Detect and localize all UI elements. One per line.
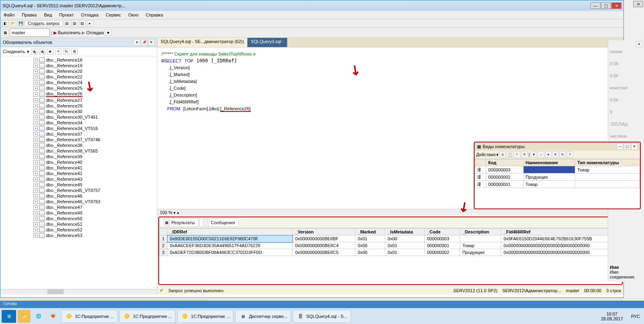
table-row[interactable]: + dbo._Reference27 (1, 97, 156, 103)
tab-messages[interactable]: 📄Сообщения (199, 218, 239, 227)
expand-icon[interactable]: + (33, 92, 38, 97)
table-row[interactable]: + dbo._Reference49 (1, 210, 156, 216)
table-row[interactable]: + dbo._Reference30_VT491 (1, 114, 156, 120)
table-row[interactable]: + dbo._Reference43 (1, 176, 156, 182)
table-row[interactable]: + dbo._Reference39 (1, 154, 156, 159)
options-icon[interactable]: ⚙ (71, 48, 78, 55)
table-row[interactable]: + dbo._Reference34_VT516 (1, 126, 156, 131)
table-row[interactable]: + dbo._Reference51 (1, 221, 156, 227)
task-item[interactable]: 🟡1С:Предприятие ... (177, 310, 233, 323)
expand-icon[interactable]: + (33, 98, 38, 103)
expand-icon[interactable]: + (33, 171, 38, 176)
explorer-icon[interactable]: 📂 (18, 310, 31, 323)
expand-icon[interactable]: + (33, 183, 38, 187)
task-item[interactable]: 🟡1С:Предприятие ... (61, 310, 118, 323)
task-item[interactable]: 🟡1С:Предприятие ... (119, 310, 175, 323)
expand-icon[interactable]: + (33, 155, 38, 159)
edit-icon[interactable]: ✎ (514, 151, 520, 158)
expand-icon[interactable]: + (33, 132, 38, 136)
expand-icon[interactable]: + (33, 104, 38, 108)
db-icon[interactable]: ▦ (2, 29, 8, 36)
expand-icon[interactable]: + (33, 109, 38, 114)
chrome-icon[interactable]: 🌐 (32, 310, 45, 323)
stop-icon[interactable]: ■ (47, 48, 54, 55)
nomenclature-grid[interactable]: КодНаименованиеТип номенклатуры⇶00000000… (475, 159, 640, 188)
lang-indicator[interactable]: РУС (629, 314, 642, 319)
sort-icon[interactable]: ↕ (538, 151, 544, 158)
clock[interactable]: 10:0728.09.2017 (597, 312, 627, 321)
expand-icon[interactable]: + (33, 115, 38, 120)
save-icon[interactable]: 💾 (17, 20, 24, 27)
table-row[interactable]: + dbo._Reference45_VT8757 (1, 188, 156, 193)
database-select[interactable] (10, 29, 50, 37)
table-row[interactable]: + dbo._Reference37 (1, 131, 156, 137)
connect-label[interactable]: Соединить (3, 49, 25, 54)
table-row[interactable]: + dbo._Reference41 (1, 165, 156, 171)
script-icon[interactable]: ▤ (79, 20, 86, 27)
expand-icon[interactable]: + (33, 200, 38, 204)
maximize-button[interactable]: ▢ (601, 2, 611, 9)
help-icon[interactable]: ? (567, 151, 573, 158)
expand-icon[interactable]: + (33, 126, 38, 131)
disconnect-icon[interactable]: 🔌 (39, 48, 45, 55)
expand-icon[interactable]: + (33, 149, 38, 153)
table-row[interactable]: + dbo._Reference30 (1, 109, 156, 114)
expand-icon[interactable]: + (33, 194, 38, 198)
table-row[interactable]: + dbo._Reference37_VT8746 (1, 137, 156, 142)
menu-Правка[interactable]: Правка (20, 12, 38, 18)
menu-Отладка[interactable]: Отладка (79, 12, 100, 18)
scrollbar-thumb[interactable] (47, 289, 64, 294)
new-query-button[interactable]: Создать запрос (25, 21, 63, 26)
close-button[interactable]: ✕ (611, 2, 621, 9)
connect-icon[interactable]: 🔌 (31, 48, 37, 55)
menu-Файл[interactable]: Файл (2, 12, 16, 18)
maximize-icon[interactable]: ▢ (624, 143, 630, 150)
table-row[interactable]: + dbo._Reference46_VT8763 (1, 199, 156, 204)
table-row[interactable]: + dbo._Reference52 (1, 227, 156, 233)
start-button[interactable]: ⊞ (2, 310, 16, 323)
table-row[interactable]: + dbo._Reference47 (1, 204, 156, 210)
expand-icon[interactable]: + (33, 233, 38, 238)
expand-icon[interactable]: + (33, 86, 38, 91)
expand-icon[interactable]: + (33, 58, 38, 62)
table-row[interactable]: + dbo._Reference34 (1, 120, 156, 126)
expand-icon[interactable]: + (33, 121, 38, 125)
bg-close-button[interactable]: ✕ (633, 1, 643, 7)
tab-results[interactable]: ▦Результаты (160, 218, 198, 227)
filter-icon[interactable]: ▾ (530, 151, 537, 158)
refresh-icon[interactable]: ↻ (63, 48, 70, 55)
expand-icon[interactable]: + (33, 166, 38, 170)
expand-icon[interactable]: + (33, 177, 38, 182)
table-row[interactable]: + dbo._Reference29 (1, 103, 156, 109)
table-row[interactable]: + dbo._Reference18 (1, 57, 156, 63)
debug-button[interactable]: Отладка (86, 30, 103, 35)
clear-icon[interactable]: ✕ (552, 151, 559, 158)
open-icon[interactable]: 📂 (10, 20, 16, 27)
table-row[interactable]: + dbo._Reference38_VT565 (1, 148, 156, 154)
actions-menu[interactable]: Действия (476, 152, 495, 157)
action-icon[interactable]: ▸ (87, 20, 93, 27)
expand-icon[interactable]: + (33, 143, 38, 148)
tab-sqlquery3[interactable]: SQLQuery3.sql - (248, 38, 287, 47)
table-row[interactable]: + dbo._Reference25 (1, 85, 156, 91)
expand-icon[interactable]: + (33, 69, 38, 74)
filter-icon[interactable]: 🔻 (55, 48, 62, 55)
stop-icon[interactable]: ■ (105, 29, 111, 36)
table-row[interactable]: + dbo._Reference20 (1, 68, 156, 74)
table-row[interactable]: + dbo._Reference26 (1, 91, 156, 97)
table-row[interactable]: + dbo._Reference45 (1, 182, 156, 188)
expand-icon[interactable]: + (33, 138, 38, 142)
table-row[interactable]: + dbo._Reference40 (1, 159, 156, 165)
zoom-level[interactable]: 100 % (160, 210, 172, 215)
execute-button[interactable]: Выполнить (58, 30, 80, 35)
new-icon[interactable]: ◧ (2, 20, 8, 27)
minimize-icon[interactable]: — (617, 143, 623, 150)
expand-icon[interactable]: + (33, 205, 38, 210)
minimize-button[interactable]: — (590, 2, 601, 9)
table-row[interactable]: + dbo._Reference24 (1, 80, 156, 85)
table-row[interactable]: + dbo._Reference46 (1, 193, 156, 199)
table-row[interactable]: + dbo._Reference50 (1, 216, 156, 221)
script-icon[interactable]: ▤ (64, 20, 70, 27)
task-item[interactable]: 🗄SQLQuery4.sql - S... (293, 310, 351, 323)
tab-sqlquery4[interactable]: SQLQuery4.sql - SE...дминистратор (62)) (157, 38, 248, 47)
